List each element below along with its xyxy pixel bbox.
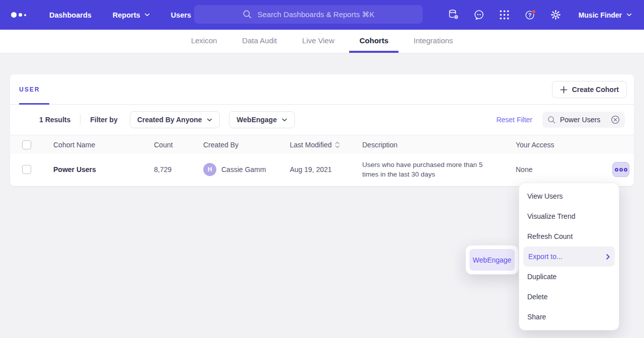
created-by-name: Cassie Gamm [221, 165, 266, 174]
chevron-right-icon [606, 254, 610, 260]
tab-data-audit[interactable]: Data Audit [232, 30, 287, 53]
search-icon [243, 10, 252, 19]
section-tabbar: Lexicon Data Audit Live View Cohorts Int… [0, 30, 644, 53]
divider [80, 115, 80, 125]
column-header-cohort-name[interactable]: Cohort Name [53, 141, 154, 149]
results-count: 1 Results [39, 116, 70, 124]
settings-gear-icon[interactable] [550, 9, 562, 21]
more-dot-icon [615, 168, 618, 172]
created-by-cell: H Cassie Gamm [203, 163, 290, 176]
top-navigation-bar: Dashboards Reports Users Search Dashboar… [0, 0, 644, 30]
cohort-name-cell[interactable]: Power Users [53, 165, 154, 174]
cohort-count-cell: 8,729 [154, 165, 203, 174]
chevron-down-icon [144, 13, 150, 17]
search-icon [547, 116, 556, 124]
nav-reports[interactable]: Reports [113, 11, 150, 19]
topnav-actions: ? Music Finder [447, 0, 644, 30]
column-header-created-by[interactable]: Created By [203, 141, 290, 149]
project-name: Music Finder [579, 11, 622, 19]
filter-by-label: Filter by [90, 116, 117, 124]
clear-search-icon[interactable] [611, 115, 620, 124]
menu-item-export-to[interactable]: Export to... [523, 246, 615, 267]
cohorts-panel-header: USER Create Cohort [10, 74, 634, 105]
logo-dot-icon [24, 14, 26, 16]
apps-grid-icon[interactable] [499, 9, 511, 21]
created-by-filter-value: Created By Anyone [137, 116, 202, 124]
created-by-filter-dropdown[interactable]: Created By Anyone [130, 111, 220, 128]
tab-user-cohorts[interactable]: USER [19, 74, 40, 104]
data-management-icon[interactable] [447, 9, 459, 21]
row-checkbox[interactable] [22, 165, 31, 174]
submenu-item-webengage[interactable]: WebEngage [469, 249, 515, 271]
notification-dot [532, 10, 535, 13]
plus-icon [560, 86, 568, 94]
create-cohort-button[interactable]: Create Cohort [552, 81, 627, 98]
nav-dashboards[interactable]: Dashboards [49, 11, 92, 19]
more-dot-icon [619, 168, 623, 172]
column-header-last-modified-label: Last Modified [290, 141, 332, 149]
menu-item-export-to-label: Export to... [528, 252, 562, 261]
cohorts-panel: USER Create Cohort 1 Results Filter by C… [10, 74, 634, 186]
cohort-search-input[interactable]: Power Users [542, 112, 625, 128]
avatar: H [203, 163, 216, 176]
row-actions-menu: View Users Visualize Trend Refresh Count… [519, 183, 619, 330]
menu-item-duplicate[interactable]: Duplicate [519, 267, 619, 287]
active-tab-underline [19, 103, 49, 105]
tab-cohorts[interactable]: Cohorts [349, 30, 398, 53]
logo-dot-icon [11, 12, 17, 18]
global-search-placeholder: Search Dashboards & Reports ⌘K [258, 10, 375, 19]
column-header-description[interactable]: Description [362, 141, 516, 149]
table-row[interactable]: Power Users 8,729 H Cassie Gamm Aug 19, … [10, 154, 634, 185]
more-dot-icon [624, 168, 627, 172]
mixpanel-logo[interactable] [11, 12, 26, 18]
table-header-row: Cohort Name Count Created By Last Modifi… [10, 135, 634, 154]
filter-row: 1 Results Filter by Created By Anyone We… [10, 105, 634, 135]
column-header-last-modified[interactable]: Last Modified [290, 141, 362, 149]
menu-item-share[interactable]: Share [519, 307, 619, 327]
chevron-down-icon [626, 13, 632, 17]
svg-text:?: ? [528, 12, 531, 18]
cohort-search-value: Power Users [560, 116, 607, 124]
create-cohort-label: Create Cohort [572, 86, 619, 94]
primary-nav: Dashboards Reports Users [49, 11, 191, 19]
export-submenu: WebEngage [465, 245, 519, 275]
sort-icon [335, 141, 340, 148]
column-header-count[interactable]: Count [154, 141, 203, 149]
description-cell: Users who have purchased more than 5 tim… [362, 160, 516, 179]
menu-item-refresh-count[interactable]: Refresh Count [519, 226, 619, 246]
chevron-down-icon [207, 118, 212, 122]
messages-icon[interactable] [473, 9, 485, 21]
last-modified-cell: Aug 19, 2021 [290, 165, 362, 174]
integration-filter-value: WebEngage [236, 116, 277, 124]
menu-item-delete[interactable]: Delete [519, 287, 619, 307]
logo-dot-icon [19, 13, 22, 17]
nav-reports-label: Reports [113, 11, 140, 19]
global-search-input[interactable]: Search Dashboards & Reports ⌘K [194, 5, 423, 24]
column-header-your-access[interactable]: Your Access [516, 141, 602, 149]
row-actions-button[interactable] [612, 162, 629, 177]
chevron-down-icon [282, 118, 287, 122]
tab-lexicon[interactable]: Lexicon [181, 30, 227, 53]
help-icon[interactable]: ? [524, 9, 536, 21]
project-switcher[interactable]: Music Finder [579, 11, 632, 19]
tab-live-view[interactable]: Live View [292, 30, 345, 53]
menu-item-view-users[interactable]: View Users [519, 186, 619, 206]
tab-integrations[interactable]: Integrations [404, 30, 463, 53]
nav-users[interactable]: Users [171, 11, 191, 19]
reset-filter-link[interactable]: Reset Filter [496, 116, 532, 124]
integration-filter-dropdown[interactable]: WebEngage [229, 111, 295, 128]
your-access-cell: None [516, 165, 602, 174]
menu-item-visualize-trend[interactable]: Visualize Trend [519, 206, 619, 226]
select-all-checkbox[interactable] [22, 140, 31, 149]
